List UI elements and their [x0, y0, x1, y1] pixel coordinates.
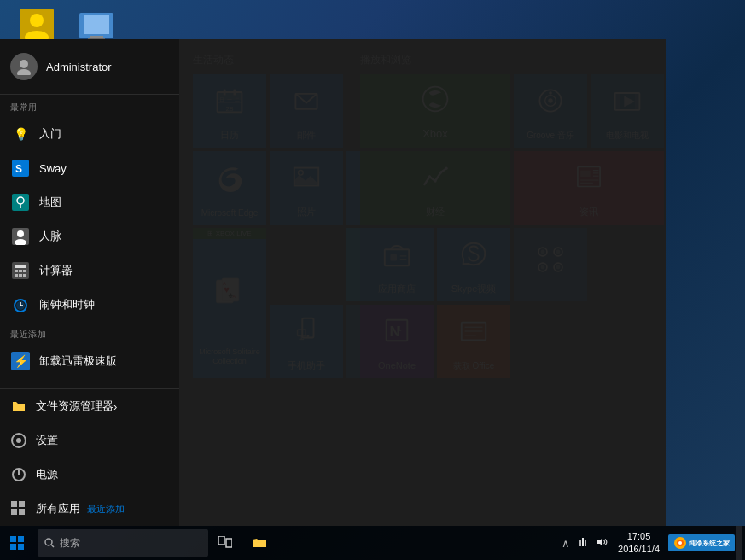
svg-rect-4	[84, 15, 109, 34]
intro-icon: 💡	[10, 124, 31, 144]
sidebar-item-alarm[interactable]: 闹钟和时钟	[0, 288, 179, 322]
system-clock[interactable]: 17:05 2016/11/4	[611, 530, 666, 557]
all-apps-icon	[10, 500, 27, 517]
all-apps-section[interactable]: 所有应用 最近添加	[0, 492, 179, 526]
start-bottom: 文件资源管理器 › 设置	[0, 388, 179, 492]
search-icon	[44, 538, 55, 548]
file-explorer-button[interactable]	[242, 526, 276, 560]
svg-point-17	[20, 60, 28, 68]
start-button[interactable]	[0, 526, 34, 560]
search-placeholder: 搜索	[60, 536, 80, 551]
brand-icon	[673, 536, 687, 550]
sidebar-item-intro[interactable]: 💡 入门	[0, 117, 179, 151]
svg-rect-41	[11, 501, 17, 507]
svg-line-196	[52, 545, 55, 548]
ycwjzy-brand[interactable]: 纯净系统之家	[668, 534, 735, 551]
network-indicator	[577, 536, 589, 548]
svg-rect-33	[23, 274, 26, 277]
svg-point-39	[16, 438, 21, 443]
svg-rect-28	[15, 270, 18, 272]
frequent-section-title: 最常用	[0, 95, 179, 117]
sway-icon: S	[10, 158, 31, 178]
calc-icon	[10, 260, 31, 281]
sidebar-item-maps[interactable]: 地图	[0, 185, 179, 219]
svg-rect-42	[19, 501, 25, 507]
task-view-button[interactable]	[208, 526, 242, 560]
taskbar-right: ∧ 17:05 2016/11/4	[558, 526, 745, 560]
xunlei-icon: ⚡	[10, 351, 31, 371]
sidebar-item-power[interactable]: 电源	[0, 458, 179, 492]
sidebar-item-people[interactable]: 人脉	[0, 219, 179, 254]
desktop: Administra... 宽带连接	[0, 0, 745, 560]
svg-point-1	[30, 14, 44, 27]
svg-rect-192	[18, 536, 24, 542]
svg-rect-198	[226, 539, 232, 547]
svg-rect-29	[19, 270, 22, 272]
tray-expand[interactable]: ∧	[558, 537, 573, 550]
folder-icon	[252, 536, 267, 550]
settings-icon	[10, 432, 27, 449]
svg-point-205	[678, 541, 682, 545]
svg-rect-27	[15, 265, 26, 268]
admin-icon	[20, 9, 54, 43]
search-bar[interactable]: 搜索	[38, 529, 208, 557]
avatar	[10, 53, 38, 80]
start-menu: Administrator 最常用 💡 入门 S Sway	[0, 39, 666, 526]
svg-rect-30	[23, 270, 26, 272]
power-icon	[10, 466, 27, 483]
svg-text:S: S	[15, 163, 22, 175]
show-desktop-button[interactable]	[736, 526, 742, 560]
svg-point-24	[17, 230, 24, 237]
clock-time: 17:05	[618, 530, 660, 543]
svg-rect-5	[90, 36, 103, 38]
svg-rect-194	[18, 544, 24, 550]
start-menu-left: Administrator 最常用 💡 入门 S Sway	[0, 39, 179, 526]
sidebar-item-files[interactable]: 文件资源管理器 ›	[0, 389, 179, 423]
sidebar-item-xunlei[interactable]: ⚡ 卸载迅雷极速版	[0, 344, 179, 378]
svg-rect-197	[218, 536, 224, 545]
svg-text:⚡: ⚡	[14, 354, 29, 369]
svg-point-195	[45, 539, 52, 545]
svg-rect-199	[582, 538, 584, 546]
brand-text: 纯净系统之家	[689, 539, 730, 548]
svg-rect-191	[10, 536, 16, 542]
network-icon[interactable]	[573, 536, 592, 550]
svg-rect-43	[11, 509, 17, 515]
taskbar: 搜索 ∧	[0, 526, 745, 560]
speaker-icon	[596, 536, 608, 548]
sidebar-item-settings[interactable]: 设置	[0, 423, 179, 458]
files-icon	[10, 398, 27, 415]
people-icon	[10, 226, 31, 247]
maps-icon	[10, 192, 31, 213]
sidebar-item-calc[interactable]: 计算器	[0, 254, 179, 288]
svg-rect-201	[585, 540, 586, 546]
windows-logo	[10, 536, 24, 550]
volume-icon[interactable]	[592, 536, 611, 550]
alarm-icon	[10, 295, 31, 315]
recent-section-title: 最近添加	[0, 322, 179, 344]
svg-rect-193	[10, 544, 16, 550]
svg-rect-44	[19, 509, 25, 515]
svg-rect-31	[15, 274, 18, 277]
svg-rect-32	[19, 274, 22, 277]
svg-rect-200	[579, 540, 581, 546]
user-section[interactable]: Administrator	[0, 39, 179, 95]
recently-added-link[interactable]: 最近添加	[87, 503, 125, 516]
sidebar-item-sway[interactable]: S Sway	[0, 151, 179, 185]
svg-marker-202	[597, 538, 602, 546]
user-name: Administrator	[46, 61, 112, 73]
broadband-icon	[79, 9, 113, 43]
svg-point-18	[17, 69, 31, 75]
task-view-icon	[218, 536, 232, 550]
files-arrow: ›	[113, 400, 117, 413]
clock-date: 2016/11/4	[618, 543, 660, 556]
